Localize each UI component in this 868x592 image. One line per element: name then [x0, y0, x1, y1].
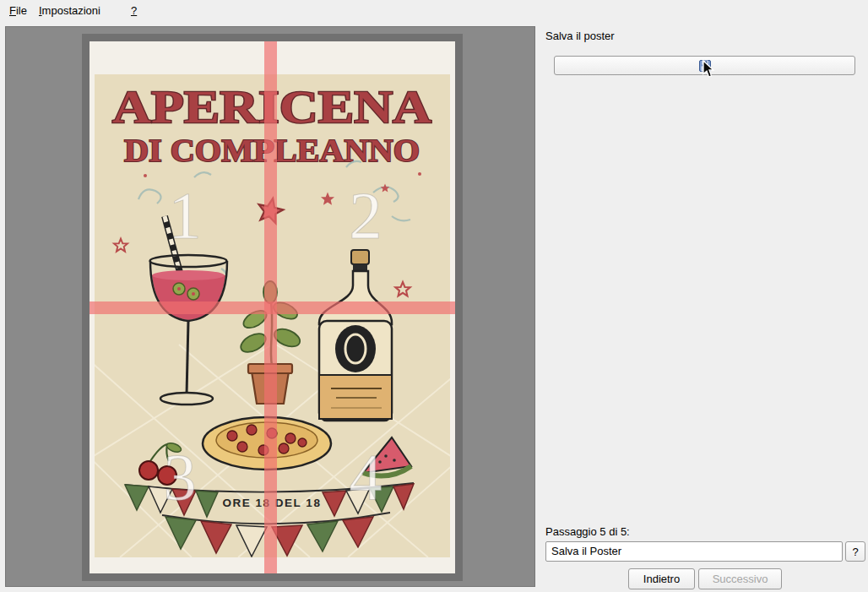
menubar: File Impostazioni ?	[0, 0, 868, 20]
menu-impostazioni-label: mpostazioni	[42, 4, 100, 17]
page-number-4: 4	[350, 440, 382, 513]
page-number-2: 2	[350, 178, 382, 252]
wizard-step-label: Passaggio 5 di 5:	[545, 525, 630, 538]
save-icon	[699, 60, 711, 72]
menu-file[interactable]: File	[3, 2, 33, 19]
page-overlap-band-horizontal	[90, 301, 455, 314]
menu-file-mnemonic: F	[9, 4, 16, 17]
menu-help-mnemonic: ?	[131, 4, 137, 17]
wizard-step-field: Salva il Poster	[545, 541, 843, 562]
menu-help[interactable]: ?	[125, 2, 143, 19]
menu-file-label: ile	[16, 4, 27, 17]
page-number-3: 3	[164, 440, 197, 513]
save-poster-button[interactable]	[554, 56, 855, 75]
wizard-help-button[interactable]: ?	[845, 541, 865, 562]
page-number-1: 1	[169, 178, 202, 252]
back-button[interactable]: Indietro	[628, 568, 695, 589]
poster-page: APERICENA DI COMPLEANNO	[90, 41, 455, 573]
menu-impostazioni[interactable]: Impostazioni	[33, 2, 106, 19]
poster-frame: APERICENA DI COMPLEANNO	[82, 34, 463, 581]
save-section-title: Salva il poster	[545, 30, 615, 42]
poster-preview-area: APERICENA DI COMPLEANNO	[5, 26, 535, 587]
next-button[interactable]: Successivo	[698, 568, 782, 589]
